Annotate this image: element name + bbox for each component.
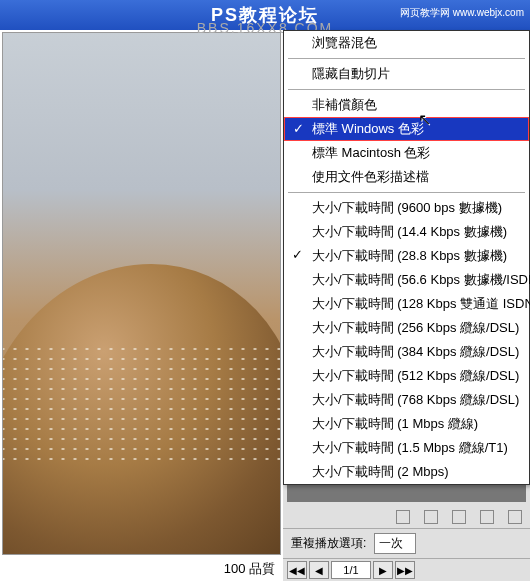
check-icon: ✓: [292, 247, 303, 262]
repeat-row: 重複播放選項: 一次: [283, 528, 530, 558]
menu-speed-option[interactable]: 大小/下載時間 (1.5 Mbps 纜線/T1): [284, 436, 529, 460]
pager-last-button[interactable]: ▶▶: [395, 561, 415, 579]
menu-speed-option[interactable]: 大小/下載時間 (56.6 Kbps 數據機/ISDN): [284, 268, 529, 292]
watermark: 网页教学网 www.webjx.com: [400, 6, 524, 20]
menu-speed-option[interactable]: 大小/下載時間 (512 Kbps 纜線/DSL): [284, 364, 529, 388]
menu-speed-option[interactable]: 大小/下載時間 (384 Kbps 纜線/DSL): [284, 340, 529, 364]
menu-color-option[interactable]: ✓標準 Windows 色彩: [284, 117, 529, 141]
preview-image[interactable]: [2, 32, 281, 555]
menu-speed-option[interactable]: 大小/下載時間 (2 Mbps): [284, 460, 529, 484]
pager-prev-button[interactable]: ◀: [309, 561, 329, 579]
menu-speed-option[interactable]: 大小/下載時間 (9600 bps 數據機): [284, 196, 529, 220]
trash-icon[interactable]: [508, 510, 522, 524]
repeat-select[interactable]: 一次: [374, 533, 416, 554]
menu-speed-option[interactable]: 大小/下載時間 (128 Kbps 雙通道 ISDN): [284, 292, 529, 316]
tool-icon[interactable]: [424, 510, 438, 524]
quality-label: 100 品質: [0, 557, 283, 581]
menu-color-option[interactable]: 非補償顏色: [284, 93, 529, 117]
options-menu: 浏覽器混色 隱藏自動切片 非補償顏色✓標準 Windows 色彩標準 Macin…: [283, 30, 530, 485]
tool-icon[interactable]: [396, 510, 410, 524]
pager: ◀◀ ◀ 1/1 ▶ ▶▶: [283, 558, 530, 581]
tool-icon[interactable]: [480, 510, 494, 524]
check-icon: ✓: [293, 121, 304, 136]
mouse-cursor-icon: ↖: [418, 110, 431, 129]
tool-icon[interactable]: [452, 510, 466, 524]
repeat-label: 重複播放選項:: [291, 535, 366, 552]
menu-hide-autoslice[interactable]: 隱藏自動切片: [284, 62, 529, 86]
menu-color-option[interactable]: 使用文件色彩描述檔: [284, 165, 529, 189]
menu-speed-option[interactable]: 大小/下載時間 (768 Kbps 纜線/DSL): [284, 388, 529, 412]
menu-browser-dither[interactable]: 浏覽器混色: [284, 31, 529, 55]
menu-separator: [288, 58, 525, 59]
menu-separator: [288, 89, 525, 90]
menu-speed-option[interactable]: 大小/下載時間 (14.4 Kbps 數據機): [284, 220, 529, 244]
icon-row: [283, 506, 530, 528]
menu-speed-option[interactable]: ✓大小/下載時間 (28.8 Kbps 數據機): [284, 244, 529, 268]
menu-separator: [288, 192, 525, 193]
menu-speed-option[interactable]: 大小/下載時間 (256 Kbps 纜線/DSL): [284, 316, 529, 340]
menu-speed-option[interactable]: 大小/下載時間 (1 Mbps 纜線): [284, 412, 529, 436]
preview-panel: 100 品質: [0, 30, 283, 581]
pager-first-button[interactable]: ◀◀: [287, 561, 307, 579]
menu-color-option[interactable]: 標準 Macintosh 色彩: [284, 141, 529, 165]
pager-field[interactable]: 1/1: [331, 561, 371, 579]
pager-next-button[interactable]: ▶: [373, 561, 393, 579]
